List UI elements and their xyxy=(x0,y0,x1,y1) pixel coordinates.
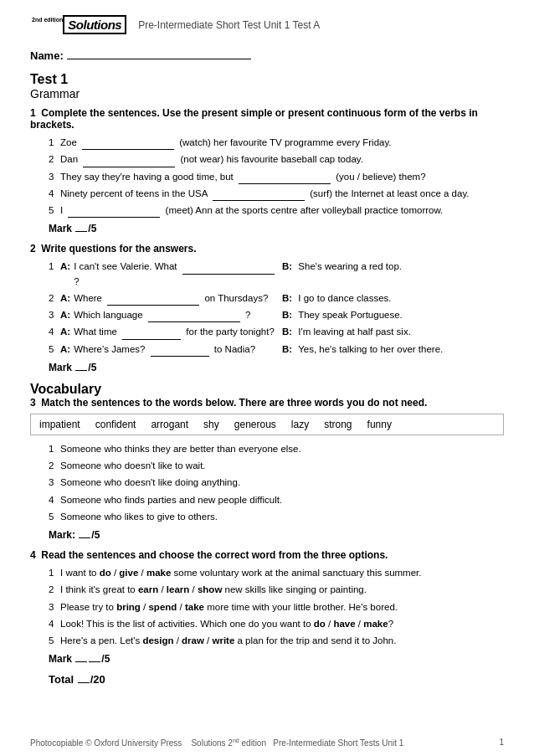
vocabulary-title: Vocabulary xyxy=(30,382,504,397)
edition-label: 2nd edition xyxy=(32,17,63,23)
test-title: Test 1 xyxy=(30,72,504,87)
q1-mark: Mark /5 xyxy=(49,223,504,234)
q1-instruction: 1 Complete the sentences. Use the presen… xyxy=(30,107,504,131)
q3-instruction: 3 Match the sentences to the words below… xyxy=(30,397,504,409)
vocab-word-3: arrogant xyxy=(151,419,188,430)
q4-instruction: 4 Read the sentences and choose the corr… xyxy=(30,549,504,561)
q4-mark: Mark /5 xyxy=(49,653,504,665)
q4-items: 1 I want to do / give / make some volunt… xyxy=(49,566,504,648)
q3-item-5: 5 Someone who likes to give to others. xyxy=(49,510,504,524)
q1-item-1: 1 Zoe (watch) her favourite TV programme… xyxy=(49,136,504,150)
question-4: 4 Read the sentences and choose the corr… xyxy=(30,549,504,665)
q4-item-5: 5 Here's a pen. Let's design / draw / wr… xyxy=(49,634,504,648)
q3-item-1: 1 Someone who thinks they are better tha… xyxy=(49,442,504,456)
q4-item-4: 4 Look! This is the list of activities. … xyxy=(49,617,504,631)
q3-item-3: 3 Someone who doesn't like doing anythin… xyxy=(49,476,504,490)
q1-item-4: 4 Ninety percent of teens in the USA (su… xyxy=(49,187,504,201)
vocab-word-1: impatient xyxy=(39,419,80,430)
q4-item-2: 2 I think it's great to earn / learn / s… xyxy=(49,583,504,597)
question-2: 2 Write questions for the answers. 1 A: … xyxy=(30,243,504,373)
q1-items: 1 Zoe (watch) her favourite TV programme… xyxy=(49,136,504,218)
q1-item-2: 2 Dan (not wear) his favourite baseball … xyxy=(49,152,504,167)
logo-solutions: Solutions xyxy=(63,15,126,34)
q3-item-4: 4 Someone who finds parties and new peop… xyxy=(49,493,504,507)
footer-right: 1 xyxy=(499,738,504,748)
q3-item-2: 2 Someone who doesn't like to wait. xyxy=(49,459,504,473)
name-label: Name: xyxy=(30,49,64,62)
vocab-word-8: funny xyxy=(367,419,392,430)
q2-items: 1 A: I can't see Valerie. What ? B: She'… xyxy=(49,260,504,357)
total-line xyxy=(78,682,90,683)
name-row: Name: xyxy=(30,49,504,62)
q4-item-1: 1 I want to do / give / make some volunt… xyxy=(49,566,504,580)
footer-left: Photocopiable © Oxford University Press … xyxy=(30,738,403,748)
footer: Photocopiable © Oxford University Press … xyxy=(0,738,534,748)
q2-item-2: 2 A: Where on Thursdays? B: I go to danc… xyxy=(49,291,504,306)
q1-item-3: 3 They say they're having a good time, b… xyxy=(49,170,504,184)
vocab-word-4: shy xyxy=(203,419,219,430)
vocab-word-5: generous xyxy=(234,419,276,430)
q2-item-5: 5 A: Where's James? to Nadia? B: Yes, he… xyxy=(49,342,504,357)
vocabulary-section: Vocabulary 3 Match the sentences to the … xyxy=(30,382,504,666)
total-row: Total /20 xyxy=(49,673,504,686)
vocab-word-2: confident xyxy=(95,419,136,430)
question-3: 3 Match the sentences to the words below… xyxy=(30,397,504,541)
q2-item-1: 1 A: I can't see Valerie. What ? B: She'… xyxy=(49,260,504,289)
vocab-word-7: strong xyxy=(324,419,352,430)
grammar-label: Grammar xyxy=(30,87,504,100)
name-line xyxy=(67,59,251,59)
q2-item-3: 3 A: Which language ? B: They speak Port… xyxy=(49,308,504,322)
q1-item-5: 5 I (meet) Ann at the sports centre afte… xyxy=(49,203,504,218)
header: 2nd edition Solutions Pre-Intermediate S… xyxy=(30,15,504,38)
q4-item-3: 3 Please try to bring / spend / take mor… xyxy=(49,600,504,615)
q3-mark: Mark: /5 xyxy=(49,529,504,541)
vocab-word-6: lazy xyxy=(291,419,309,430)
logo-area: 2nd edition Solutions xyxy=(30,15,126,34)
q3-items: 1 Someone who thinks they are better tha… xyxy=(49,442,504,524)
q2-mark: Mark /5 xyxy=(49,362,504,373)
q2-item-4: 4 A: What time for the party tonight? B:… xyxy=(49,325,504,339)
vocab-word-box: impatient confident arrogant shy generou… xyxy=(30,414,504,435)
q2-instruction: 2 Write questions for the answers. xyxy=(30,243,504,255)
header-title: Pre-Intermediate Short Test Unit 1 Test … xyxy=(138,19,320,31)
question-1: 1 Complete the sentences. Use the presen… xyxy=(30,107,504,234)
